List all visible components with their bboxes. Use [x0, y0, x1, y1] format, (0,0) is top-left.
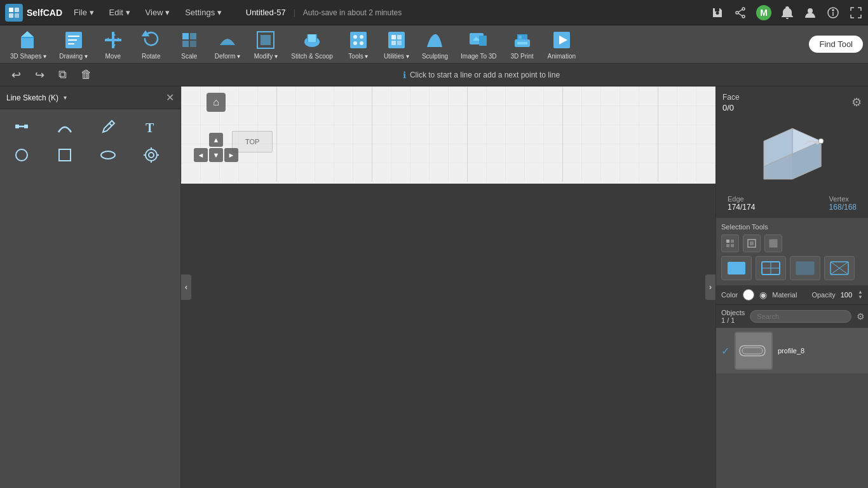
sel-tool-vertex[interactable]	[721, 234, 739, 252]
svg-point-4	[742, 8, 745, 10]
3dprint-icon	[511, 29, 534, 51]
tool-deform[interactable]: Deform ▾	[210, 26, 246, 62]
tool-stitch-scoop[interactable]: Stitch & Scoop	[286, 26, 338, 62]
svg-rect-46	[397, 41, 402, 45]
svg-rect-17	[68, 36, 79, 37]
svg-rect-144	[796, 262, 814, 274]
settings-gear[interactable]: ⚙	[851, 95, 862, 109]
sel-tool-face[interactable]	[764, 234, 782, 252]
animation-icon	[550, 29, 573, 51]
svg-rect-136	[731, 244, 734, 247]
object-item-profile8[interactable]: ✓ profile_8	[716, 328, 868, 374]
tool-animation[interactable]: Animation	[543, 26, 581, 62]
scale-icon	[178, 29, 201, 51]
nav-right[interactable]: ►	[224, 148, 238, 162]
edge-vertex-info: Edge 174/174 Vertex 168/168	[722, 195, 862, 212]
sketch-tool-line[interactable]	[5, 114, 38, 140]
disp-wireframe[interactable]	[756, 256, 786, 280]
delete-button[interactable]: 🗑	[77, 67, 96, 83]
menu-file[interactable]: File ▾	[70, 5, 98, 20]
tool-sculpting[interactable]: Sculpting	[417, 26, 453, 62]
right-panel-collapse[interactable]: ›	[705, 274, 715, 300]
tool-drawing[interactable]: Drawing ▾	[54, 26, 92, 62]
save-icon[interactable]	[710, 6, 724, 20]
objects-settings-icon[interactable]: ⚙	[857, 311, 865, 322]
sketch-dropdown[interactable]: ▾	[64, 94, 67, 101]
disp-transparent[interactable]	[790, 256, 820, 280]
sketch-tool-ellipse[interactable]	[92, 142, 125, 168]
tool-modify[interactable]: Modify ▾	[248, 26, 283, 62]
material-icon[interactable]: ◉	[759, 290, 767, 300]
sketch-tools: T	[0, 109, 180, 173]
app-name: SelfCAD	[27, 8, 62, 18]
tool-modify-label: Modify ▾	[254, 53, 278, 60]
svg-rect-44	[397, 35, 402, 39]
objects-search-input[interactable]	[750, 310, 851, 323]
share-icon[interactable]	[733, 6, 747, 20]
tool-rotate[interactable]: Rotate	[133, 26, 169, 62]
menu-view[interactable]: View ▾	[142, 5, 174, 20]
sketch-header: Line Sketch (K) ▾ ✕	[0, 86, 180, 109]
nav-down[interactable]: ▼	[209, 148, 223, 162]
svg-rect-25	[105, 39, 121, 41]
nav-home[interactable]: ⌂	[207, 93, 226, 112]
tool-scale-label: Scale	[181, 53, 197, 60]
app-logo[interactable]: SelfCAD	[5, 4, 62, 22]
tool-3dshapes[interactable]: 3D Shapes ▾	[5, 26, 51, 62]
svg-point-59	[16, 149, 27, 161]
canvas-area[interactable]: ⌂ ▲ ◄ ▼ ► ⊕ ⊖ TOP	[181, 86, 715, 184]
tool-tools[interactable]: Tools ▾	[341, 26, 376, 62]
view-cube-area: Face 0/0 ⚙	[716, 86, 868, 119]
notification-icon[interactable]	[780, 6, 794, 20]
menu-edit[interactable]: Edit ▾	[105, 5, 134, 20]
tool-move[interactable]: Move	[95, 26, 131, 62]
sketch-tool-pen[interactable]	[92, 114, 125, 140]
svg-rect-51	[519, 36, 522, 39]
nav-up[interactable]: ▲	[209, 133, 223, 147]
tool-scale[interactable]: Scale	[172, 26, 207, 62]
info-icon[interactable]	[826, 6, 840, 20]
main-area: Line Sketch (K) ▾ ✕	[0, 86, 868, 488]
tool-3dprint[interactable]: 3D Print	[505, 26, 540, 62]
opacity-stepper[interactable]: ▲ ▼	[858, 290, 863, 300]
nav-left[interactable]: ◄	[194, 148, 208, 162]
svg-rect-48	[479, 36, 487, 46]
tool-image-to-3d[interactable]: Image To 3D	[456, 26, 502, 62]
tool-utilities[interactable]: Utilities ▾	[379, 26, 414, 62]
hint-bar: ℹ Click to start a line or add a next po…	[102, 70, 860, 80]
sketch-tool-text[interactable]: T	[135, 114, 168, 140]
sketch-tool-curve[interactable]	[48, 114, 81, 140]
svg-rect-30	[190, 41, 196, 47]
user-icon[interactable]	[803, 6, 817, 20]
menu-settings[interactable]: Settings ▾	[181, 5, 226, 20]
left-panel-collapse[interactable]: ‹	[181, 274, 191, 300]
redo-button[interactable]: ↪	[31, 67, 48, 83]
tool-rotate-label: Rotate	[142, 53, 160, 60]
svg-point-39	[360, 35, 363, 39]
sketch-tool-square[interactable]	[48, 142, 81, 168]
opacity-value: 100	[841, 291, 852, 299]
view-cube[interactable]	[754, 125, 831, 195]
sketch-tool-target[interactable]	[135, 142, 168, 168]
tool-image-to-3d-label: Image To 3D	[461, 53, 497, 60]
svg-rect-18	[68, 39, 77, 41]
svg-rect-34	[308, 34, 316, 42]
sketch-close[interactable]: ✕	[166, 92, 174, 104]
disp-xray[interactable]	[824, 256, 855, 280]
rotate-icon	[140, 29, 163, 51]
color-picker[interactable]	[743, 289, 754, 301]
svg-rect-27	[182, 33, 189, 39]
fullscreen-icon[interactable]	[849, 6, 863, 20]
sketch-tool-circle[interactable]	[5, 142, 38, 168]
svg-marker-26	[143, 32, 148, 36]
undo-bar: ↩ ↪ ⧉ 🗑 ℹ Click to start a line or add a…	[0, 64, 868, 86]
copy-button[interactable]: ⧉	[55, 67, 71, 83]
disp-solid[interactable]	[721, 256, 752, 280]
find-tool-button[interactable]: Find Tool	[809, 36, 863, 53]
m-logo-icon[interactable]: M	[756, 5, 771, 20]
undo-button[interactable]: ↩	[8, 67, 25, 83]
sel-tool-edge[interactable]	[743, 234, 761, 252]
toolbar: 3D Shapes ▾ Drawing ▾ Move Rotate Scale …	[0, 25, 868, 64]
svg-rect-50	[517, 42, 527, 44]
svg-rect-15	[21, 37, 34, 38]
